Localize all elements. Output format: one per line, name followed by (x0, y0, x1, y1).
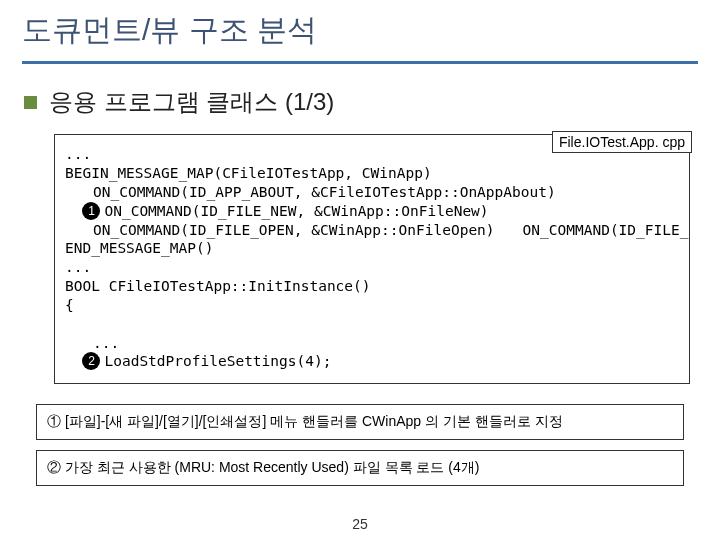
note-2: ② 가장 최근 사용한 (MRU: Most Recently Used) 파일… (36, 450, 684, 486)
code-line: BOOL CFileIOTestApp::InitInstance() (65, 277, 679, 296)
code-line: { (65, 296, 679, 315)
code-line: BEGIN_MESSAGE_MAP(CFileIOTestApp, CWinAp… (65, 164, 679, 183)
code-line: 1ON_COMMAND(ID_FILE_NEW, &CWinApp::OnFil… (65, 202, 679, 221)
code-text: ON_COMMAND(ID_FILE_NEW, &CWinApp::OnFile… (104, 203, 488, 219)
square-bullet-icon (24, 96, 37, 109)
code-line: ... (65, 258, 679, 277)
marker-1-icon: 1 (82, 202, 100, 220)
code-line: ON_COMMAND(ID_APP_ABOUT, &CFileIOTestApp… (65, 183, 556, 202)
code-line: ... (65, 334, 119, 353)
code-line: END_MESSAGE_MAP() (65, 239, 679, 258)
code-block-wrap: File.IOTest.App. cpp ...BEGIN_MESSAGE_MA… (54, 134, 690, 384)
filename-tag: File.IOTest.App. cpp (552, 131, 692, 153)
section-heading-row: 응용 프로그램 클래스 (1/3) (24, 86, 698, 118)
code-block: ...BEGIN_MESSAGE_MAP(CFileIOTestApp, CWi… (54, 134, 690, 384)
page-number: 25 (0, 516, 720, 532)
page-title: 도큐먼트/뷰 구조 분석 (22, 10, 698, 64)
marker-2-icon: 2 (82, 352, 100, 370)
code-line: ON_COMMAND(ID_FILE_OPEN, &CWinApp::OnFil… (65, 221, 495, 240)
code-line: 2LoadStdProfileSettings(4); (65, 352, 679, 371)
section-heading: 응용 프로그램 클래스 (1/3) (49, 86, 334, 118)
code-line: ON_COMMAND(ID_FILE_PRINT_SETUP, &CWinApp… (495, 221, 690, 240)
slide: 도큐먼트/뷰 구조 분석 응용 프로그램 클래스 (1/3) File.IOTe… (0, 0, 720, 540)
code-text: LoadStdProfileSettings(4); (104, 353, 331, 369)
note-1: ① [파일]-[새 파일]/[열기]/[인쇄설정] 메뉴 핸들러를 CWinAp… (36, 404, 684, 440)
